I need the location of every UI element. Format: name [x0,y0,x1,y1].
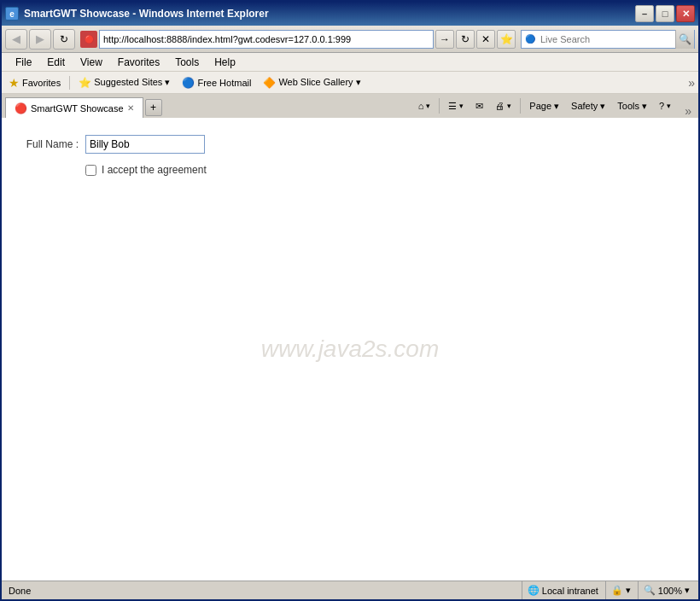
web-slice-label: Web Slice Gallery ▾ [278,77,360,88]
help-icon: ? [659,101,664,111]
zoom-icon: 🔍 [644,585,656,596]
zoom-segment: 🔍 100% ▾ [638,581,695,599]
tab-icon: 🔴 [15,102,27,114]
zoom-arrow: ▾ [685,585,690,596]
free-hotmail-item[interactable]: 🔵 Free Hotmail [178,75,254,90]
home-icon-arrow: ▾ [426,102,430,110]
bookmarks-button[interactable]: ⭐ [497,30,516,49]
watermark: www.java2s.com [261,336,440,363]
mail-icon: ✉ [475,101,483,112]
live-search-icon: 🔵 [522,31,539,48]
search-container: 🔵 🔍 [521,30,695,49]
close-button[interactable]: ✕ [676,5,695,22]
feeds-arrow: ▾ [459,102,464,110]
suggested-sites-item[interactable]: ⭐ Suggested Sites ▾ [75,75,173,90]
web-slice-icon: 🔶 [263,77,276,89]
suggested-sites-label: Suggested Sites ▾ [94,77,170,88]
tools-label: Tools ▾ [617,101,647,112]
status-bar: Done 🌐 Local intranet 🔒 ▾ 🔍 100% ▾ [2,581,698,599]
agreement-checkbox[interactable] [85,165,96,176]
active-tab[interactable]: 🔴 SmartGWT Showcase ✕ [5,97,143,118]
agreement-row: I accept the agreement [85,164,681,176]
page-icon: 🔴 [80,31,97,48]
title-bar: e SmartGWT Showcase - Windows Internet E… [2,2,698,26]
tools-button[interactable]: Tools ▾ [612,96,652,115]
tab-label: SmartGWT Showcase [31,103,124,114]
browser-window: e SmartGWT Showcase - Windows Internet E… [0,0,700,601]
intranet-label: Local intranet [542,586,598,596]
title-bar-left: e SmartGWT Showcase - Windows Internet E… [5,7,269,20]
zoom-label: 100% [658,586,682,596]
ie-icon: e [5,7,19,20]
refresh-button[interactable]: ↻ [53,29,75,50]
menu-view[interactable]: View [73,55,109,70]
window-title: SmartGWT Showcase - Windows Internet Exp… [24,8,269,20]
full-name-input[interactable] [85,135,205,154]
hotmail-icon: 🔵 [182,77,195,89]
content-wrapper: Full Name : I accept the agreement www.j… [2,118,698,599]
toolbar-sep-1 [439,98,440,114]
free-hotmail-label: Free Hotmail [197,78,251,88]
fav-divider-1 [69,76,70,90]
suggested-sites-icon: ⭐ [79,77,91,89]
new-tab-button[interactable]: + [145,99,162,116]
search-input[interactable] [539,31,675,48]
page-content: Full Name : I accept the agreement www.j… [2,118,698,581]
help-arrow: ▾ [667,102,671,110]
agreement-label: I accept the agreement [102,164,207,176]
window-controls: – □ ✕ [635,5,695,22]
print-arrow: ▾ [507,102,511,110]
menu-bar: File Edit View Favorites Tools Help [2,53,698,72]
home-button[interactable]: ⌂ ▾ [413,96,436,115]
safety-label: Safety ▾ [571,101,605,112]
help-button[interactable]: ? ▾ [654,96,676,115]
search-button[interactable]: 🔍 [675,30,694,49]
favorites-label: Favorites [22,78,61,88]
menu-file[interactable]: File [9,55,38,70]
menu-edit[interactable]: Edit [40,55,72,70]
favorites-star-icon: ★ [9,76,20,90]
navigation-bar: ◀ ▶ ↻ 🔴 → ↻ ✕ ⭐ 🔵 🔍 [2,26,698,53]
toolbar-expand-icon[interactable]: » [688,76,695,90]
go-button[interactable]: → [435,30,454,49]
home-icon: ⌂ [418,101,424,111]
menu-tools[interactable]: Tools [168,55,206,70]
feeds-button[interactable]: ☰ ▾ [443,96,469,115]
full-name-row: Full Name : [19,135,681,154]
page-button[interactable]: Page ▾ [524,96,564,115]
security-segment: 🔒 ▾ [605,581,636,599]
address-input[interactable] [99,30,434,49]
toolbar-overflow-icon[interactable]: » [681,104,695,118]
toolbar: ⌂ ▾ ☰ ▾ ✉ 🖨 ▾ Page ▾ Safety ▾ [410,94,680,118]
status-text: Done [5,586,263,596]
intranet-icon: 🌐 [528,585,540,596]
feeds-icon: ☰ [448,101,457,112]
refresh-button2[interactable]: ↻ [456,30,475,49]
full-name-label: Full Name : [19,138,79,150]
forward-button[interactable]: ▶ [29,29,51,50]
back-button[interactable]: ◀ [5,29,27,50]
menu-help[interactable]: Help [207,55,242,70]
security-arrow: ▾ [626,585,631,596]
minimize-button[interactable]: – [635,5,654,22]
address-bar-container: 🔴 → ↻ ✕ ⭐ [80,30,516,49]
menu-favorites[interactable]: Favorites [111,55,166,70]
print-icon: 🖨 [495,101,505,111]
web-slice-gallery-item[interactable]: 🔶 Web Slice Gallery ▾ [260,75,364,90]
stop-button[interactable]: ✕ [476,30,495,49]
favorites-button[interactable]: ★ Favorites [5,74,64,91]
tab-bar: 🔴 SmartGWT Showcase ✕ + ⌂ ▾ ☰ ▾ ✉ 🖨 ▾ [2,94,698,118]
page-label: Page ▾ [529,101,559,112]
mail-button[interactable]: ✉ [470,96,488,115]
favorites-bar: ★ Favorites ⭐ Suggested Sites ▾ 🔵 Free H… [2,72,698,94]
lock-icon: 🔒 [611,585,623,596]
intranet-segment: 🌐 Local intranet [522,581,604,599]
safety-button[interactable]: Safety ▾ [566,96,610,115]
print-button[interactable]: 🖨 ▾ [490,96,516,115]
toolbar-sep-2 [520,98,521,114]
tab-close-button[interactable]: ✕ [127,103,134,113]
maximize-button[interactable]: □ [656,5,674,22]
